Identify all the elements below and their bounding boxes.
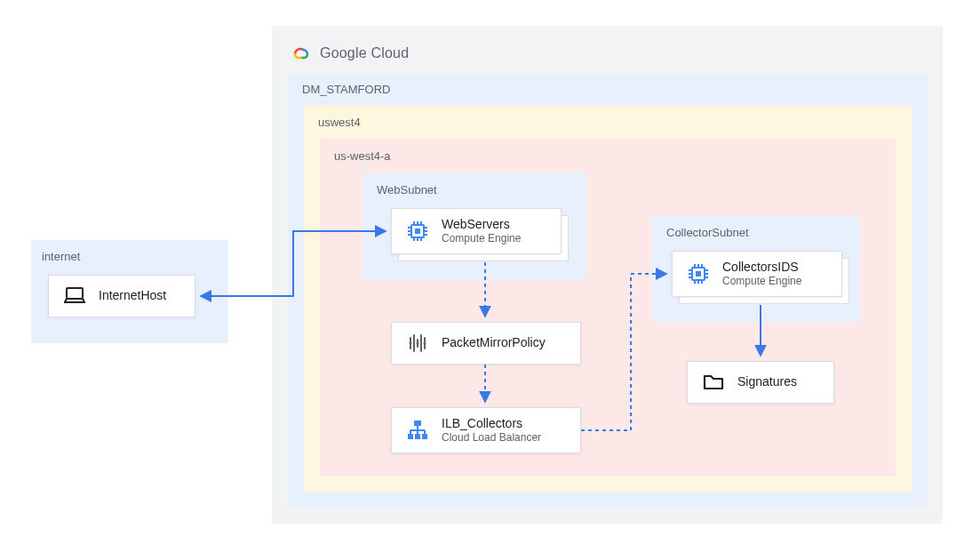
svg-rect-2	[415, 228, 420, 234]
google-cloud-icon	[290, 42, 313, 65]
google-cloud-text: Google Cloud	[320, 45, 409, 61]
collectors-ids-sub: Compute Engine	[722, 275, 801, 288]
label-internet: internet	[42, 250, 80, 263]
ilb-sub: Cloud Load Balancer	[442, 431, 541, 445]
label-websubnet: WebSubnet	[377, 183, 437, 196]
svg-rect-9	[422, 434, 427, 439]
node-ilb: ILB_Collectors Cloud Load Balancer	[391, 407, 581, 453]
google-cloud-logo: Google Cloud	[290, 42, 409, 65]
svg-point-3	[410, 342, 412, 345]
label-project: DM_STAMFORD	[302, 83, 390, 96]
webservers-sub: Compute Engine	[442, 232, 521, 245]
packet-mirror-icon	[404, 330, 431, 357]
node-collectors-ids: CollectorsIDS Compute Engine	[672, 251, 842, 297]
ilb-title: ILB_Collectors	[442, 416, 541, 432]
node-signatures: Signatures	[687, 361, 834, 404]
signatures-title: Signatures	[737, 374, 797, 390]
node-internet-host: InternetHost	[48, 275, 195, 317]
label-region: uswest4	[318, 116, 361, 129]
laptop-icon	[61, 283, 88, 309]
node-packet-mirror: PacketMirrorPolicy	[391, 322, 581, 365]
svg-rect-6	[414, 421, 421, 426]
label-zone: us-west4-a	[334, 149, 391, 163]
compute-engine-icon	[404, 218, 431, 244]
webservers-title: WebServers	[442, 217, 521, 233]
load-balancer-icon	[404, 417, 431, 444]
svg-rect-0	[67, 288, 83, 299]
collectors-ids-title: CollectorsIDS	[722, 260, 801, 276]
svg-rect-11	[696, 271, 701, 277]
folder-icon	[700, 369, 727, 396]
svg-rect-8	[415, 434, 420, 439]
svg-point-4	[417, 342, 419, 345]
svg-rect-7	[408, 434, 413, 439]
svg-point-5	[424, 342, 426, 345]
node-webservers: WebServers Compute Engine	[391, 208, 562, 254]
compute-engine-icon	[685, 260, 712, 287]
diagram-canvas: Google Cloud DM_STAMFORD uswest4 us-west…	[0, 0, 980, 545]
label-collectorsubnet: CollectorSubnet	[666, 226, 749, 239]
packet-mirror-title: PacketMirrorPolicy	[442, 335, 546, 351]
internet-host-title: InternetHost	[99, 288, 166, 304]
